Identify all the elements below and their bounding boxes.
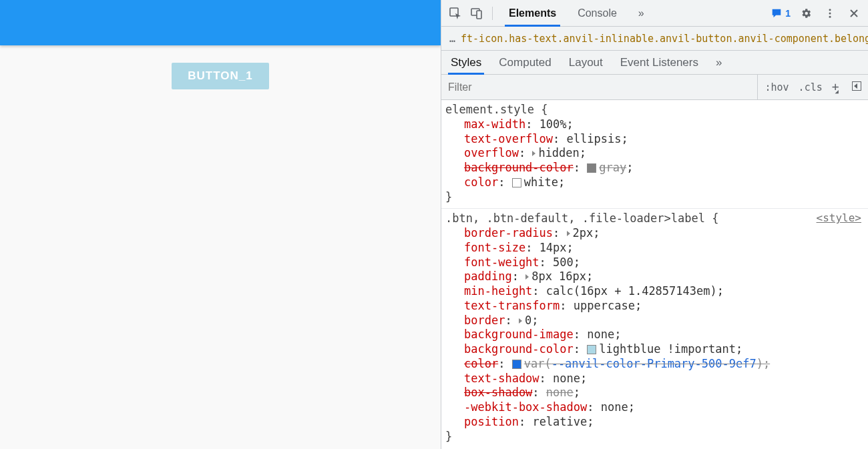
devtools-top-bar: Elements Console » 1	[441, 0, 868, 27]
expand-shorthand-icon[interactable]	[567, 231, 570, 236]
expand-shorthand-icon[interactable]	[519, 318, 522, 324]
svg-point-3	[829, 9, 831, 11]
css-declaration[interactable]: font-size: 14px;	[464, 241, 861, 256]
separator	[492, 7, 493, 20]
device-toolbar-icon[interactable]	[468, 5, 485, 22]
css-declaration[interactable]: background-color: gray;	[464, 161, 861, 175]
breadcrumb-overflow-left: …	[449, 33, 455, 45]
subtab-layout[interactable]: Layout	[569, 51, 603, 74]
devtools-top-tabs: Elements Console »	[499, 0, 767, 26]
new-style-rule-button[interactable]: +◢	[832, 81, 843, 93]
inspect-element-icon[interactable]	[447, 5, 464, 22]
color-swatch-icon[interactable]	[512, 178, 521, 187]
css-declaration[interactable]: box-shadow: none;	[464, 386, 861, 400]
css-declaration[interactable]: padding: 8px 16px;	[464, 270, 861, 284]
subtab-computed[interactable]: Computed	[499, 51, 551, 74]
devtools-right-icons: 1	[771, 5, 864, 22]
css-declaration[interactable]: min-height: calc(16px + 1.42857143em);	[464, 284, 861, 299]
devtools-panel: Elements Console » 1 … ft-icon.has-text.…	[441, 0, 868, 449]
expand-shorthand-icon[interactable]	[525, 274, 529, 280]
app-header-bar	[0, 0, 441, 45]
expand-shorthand-icon[interactable]	[532, 151, 535, 156]
css-declaration[interactable]: background-color: lightblue !important;	[464, 342, 861, 357]
tab-elements[interactable]: Elements	[505, 0, 560, 26]
svg-point-4	[829, 12, 831, 14]
app-button-1[interactable]: BUTTON_1	[172, 63, 268, 89]
svg-rect-2	[477, 11, 481, 19]
svg-point-5	[829, 15, 831, 17]
app-body: BUTTON_1	[0, 45, 441, 89]
messages-count: 1	[785, 8, 791, 19]
css-declaration[interactable]: -webkit-box-shadow: none;	[464, 400, 861, 415]
css-declaration[interactable]: text-overflow: ellipsis;	[464, 132, 861, 147]
styles-rules-list: element.style {max-width: 100%;text-over…	[441, 100, 868, 449]
styles-filter-row: :hov .cls +◢	[441, 75, 868, 100]
app-preview-pane: BUTTON_1	[0, 0, 441, 449]
dom-breadcrumb[interactable]: … ft-icon.has-text.anvil-inlinable.anvil…	[441, 27, 868, 51]
css-declaration[interactable]: color: white;	[464, 175, 861, 190]
subtab-styles[interactable]: Styles	[451, 51, 481, 74]
css-declaration[interactable]: text-shadow: none;	[464, 372, 861, 386]
css-rule: element.style {max-width: 100%;text-over…	[441, 100, 868, 208]
rule-source-link[interactable]: <style>	[817, 211, 861, 225]
css-declaration[interactable]: text-transform: uppercase;	[464, 299, 861, 314]
toggle-sidebar-icon[interactable]	[852, 81, 861, 93]
css-declaration[interactable]: max-width: 100%;	[464, 117, 861, 132]
color-swatch-icon[interactable]	[587, 163, 596, 173]
styles-subtabs: Styles Computed Layout Event Listeners »	[441, 51, 868, 75]
styles-filter-input[interactable]	[441, 75, 757, 99]
color-swatch-icon[interactable]	[512, 360, 521, 369]
tab-overflow[interactable]: »	[634, 0, 648, 26]
css-declaration[interactable]: position: relative;	[464, 415, 861, 430]
subtab-overflow[interactable]: »	[716, 51, 722, 74]
settings-gear-icon[interactable]	[797, 5, 815, 22]
css-declaration[interactable]: overflow: hidden;	[464, 146, 861, 161]
cls-toggle[interactable]: .cls	[799, 81, 823, 93]
css-rule: <style>.btn, .btn-default, .file-loader>…	[441, 208, 868, 448]
css-declaration[interactable]: border-radius: 2px;	[464, 226, 861, 241]
css-declaration[interactable]: border: 0;	[464, 314, 861, 328]
css-declaration[interactable]: background-image: none;	[464, 328, 861, 342]
kebab-menu-icon[interactable]	[821, 5, 839, 22]
tab-console[interactable]: Console	[574, 0, 621, 26]
rule-selector[interactable]: element.style	[445, 103, 534, 116]
css-declaration[interactable]: font-weight: 500;	[464, 256, 861, 270]
messages-badge-icon[interactable]: 1	[771, 7, 791, 19]
breadcrumb-path: ft-icon.has-text.anvil-inlinable.anvil-b…	[461, 33, 868, 45]
close-devtools-icon[interactable]	[845, 5, 863, 22]
subtab-event-listeners[interactable]: Event Listeners	[620, 51, 698, 74]
rule-selector[interactable]: .btn, .btn-default, .file-loader>label	[445, 211, 705, 225]
color-swatch-icon[interactable]	[587, 345, 596, 354]
hov-toggle[interactable]: :hov	[765, 81, 789, 93]
css-declaration[interactable]: color: var(--anvil-color-Primary-500-9ef…	[464, 357, 861, 372]
styles-filter-tools: :hov .cls +◢	[757, 75, 868, 99]
